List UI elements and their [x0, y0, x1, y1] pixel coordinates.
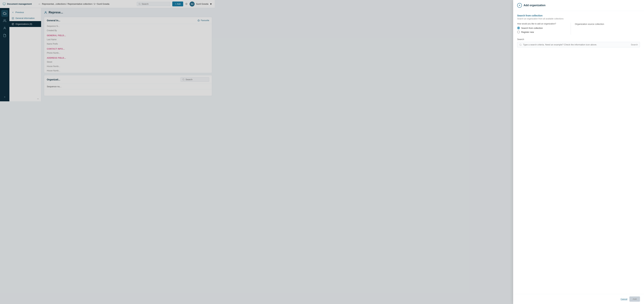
- modal-overlay[interactable]: + Add organization Search from collectio…: [0, 0, 215, 101]
